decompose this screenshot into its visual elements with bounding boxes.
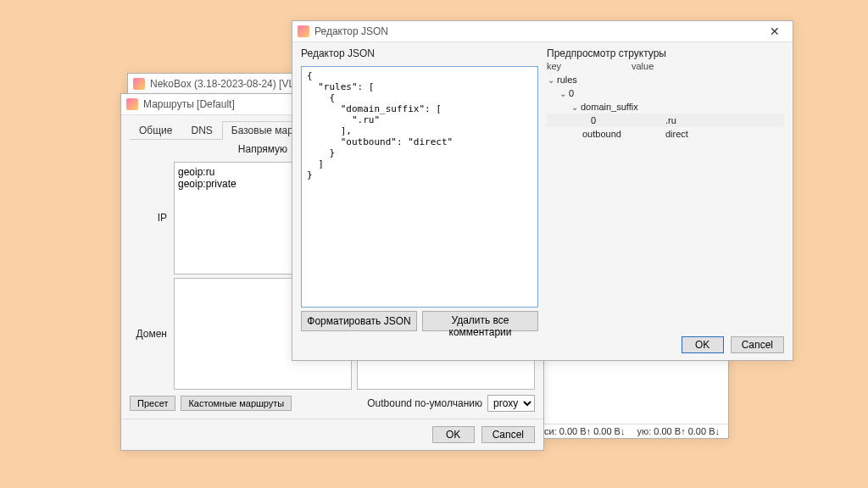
app-icon <box>126 98 138 110</box>
custom-routes-button[interactable]: Кастомные маршруты <box>181 396 292 411</box>
json-titlebar: Редактор JSON ✕ <box>292 21 793 42</box>
json-cancel-button[interactable]: Cancel <box>731 336 784 353</box>
status-direct: ую: 0.00 B↑ 0.00 B↓ <box>637 426 720 436</box>
chevron-down-icon[interactable]: ⌄ <box>570 103 579 112</box>
json-title: Редактор JSON <box>314 25 762 37</box>
editor-label: Редактор JSON <box>301 47 538 63</box>
row-ip: IP <box>130 212 169 224</box>
tab-general[interactable]: Общие <box>130 121 181 140</box>
app-icon <box>298 25 309 37</box>
preset-button[interactable]: Пресет <box>130 396 175 411</box>
json-ok-button[interactable]: OK <box>682 336 724 353</box>
routes-ok-button[interactable]: OK <box>432 426 475 443</box>
status-proxy: окси: 0.00 B↑ 0.00 B↓ <box>535 426 625 436</box>
json-textarea[interactable] <box>301 66 538 308</box>
chevron-down-icon[interactable]: ⌄ <box>547 75 555 85</box>
col-key: key <box>547 61 632 71</box>
row-domain: Домен <box>130 328 169 340</box>
outbound-label: Outbound по-умолчанию <box>367 397 482 409</box>
structure-tree[interactable]: ⌄rules ⌄0 ⌄domain_suffix 0.ru outbounddi… <box>547 73 784 331</box>
app-icon <box>133 78 145 90</box>
format-json-button[interactable]: Форматировать JSON <box>301 311 417 331</box>
json-editor-dialog: Редактор JSON ✕ Редактор JSON Предпросмо… <box>292 20 793 361</box>
tab-dns[interactable]: DNS <box>181 121 221 140</box>
close-icon[interactable]: ✕ <box>762 25 787 38</box>
strip-comments-button[interactable]: Удалить все комментарии <box>422 311 538 331</box>
outbound-select[interactable]: proxy <box>487 395 535 412</box>
routes-cancel-button[interactable]: Cancel <box>481 426 535 443</box>
chevron-down-icon[interactable]: ⌄ <box>559 89 567 98</box>
preview-label: Предпросмотр структуры <box>547 47 784 59</box>
col-value: value <box>632 61 784 71</box>
